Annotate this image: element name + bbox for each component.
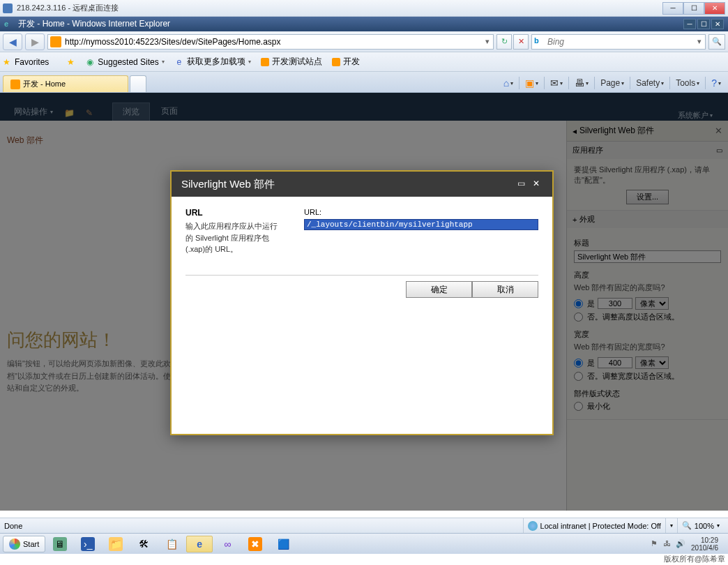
section-appearance-header[interactable]: +外观	[567, 211, 728, 228]
ie-favorites-bar: ★ Favorites ★ ◉Suggested Sites▾ e获取更多加载项…	[0, 52, 728, 72]
taskbar-ie[interactable]: e	[186, 536, 213, 552]
search-dropdown[interactable]: ▾	[694, 37, 705, 46]
favorites-star-icon[interactable]: ★	[3, 57, 10, 67]
zone-icon	[528, 521, 538, 531]
address-input[interactable]	[63, 37, 482, 47]
zone-text: Local intranet | Protected Mode: Off	[540, 522, 661, 530]
ie-close-button[interactable]: ✕	[711, 19, 724, 29]
chevron-left-icon[interactable]: ◂	[572, 126, 577, 136]
refresh-button[interactable]: ↻	[496, 34, 512, 50]
print-button[interactable]: 🖶▾	[575, 77, 589, 89]
back-button[interactable]: ◀	[3, 33, 22, 50]
panel-close-button[interactable]: ✕	[715, 126, 722, 136]
taskbar-visualstudio[interactable]: ∞	[214, 536, 241, 552]
safety-menu[interactable]: Safety▾	[636, 78, 664, 88]
app-help-text: 要提供 Silverlight 应用程序 (.xap)，请单击"配置"。	[574, 165, 721, 186]
new-tab-button[interactable]	[130, 75, 146, 92]
taskbar-app4[interactable]: 🟦	[270, 536, 296, 552]
width-value-input[interactable]	[598, 357, 632, 368]
stop-button[interactable]: ✕	[513, 34, 529, 50]
favorites-label[interactable]: Favorites	[15, 57, 49, 67]
page-menu[interactable]: Page▾	[600, 78, 624, 88]
ie-minimize-button[interactable]: ─	[683, 19, 696, 29]
security-zone-segment[interactable]: Local intranet | Protected Mode: Off	[523, 518, 665, 533]
collapse-icon: ▭	[716, 146, 722, 154]
taskbar-powershell[interactable]: ›_	[75, 536, 101, 552]
forward-button[interactable]: ▶	[25, 33, 45, 50]
tab-title: 开发 - Home	[23, 79, 66, 89]
ribbon-tab-browse[interactable]: 浏览	[112, 103, 150, 121]
tools-menu[interactable]: Tools▾	[676, 78, 699, 88]
height-label: 高度	[574, 270, 721, 280]
url-input[interactable]	[304, 219, 538, 230]
tray-flag-icon[interactable]: ⚑	[651, 539, 660, 549]
minimize-radio[interactable]	[574, 402, 583, 411]
taskbar-app2[interactable]: 📋	[158, 536, 185, 552]
navigate-up-button[interactable]: 📁	[59, 105, 80, 121]
taskbar-explorer[interactable]: 📁	[103, 536, 129, 552]
dialog-title: Silverlight Web 部件	[181, 178, 512, 191]
ribbon-tab-page[interactable]: 页面	[151, 103, 188, 121]
dialog-maximize-button[interactable]: ▭	[515, 179, 527, 190]
add-favorite-button[interactable]: ★	[63, 56, 78, 68]
tab-page-icon	[10, 80, 20, 89]
width-no-label: 否。调整宽度以适合区域。	[587, 371, 679, 382]
ie-title-text: 开发 - Home - Windows Internet Explorer	[18, 18, 683, 30]
taskbar-server-manager[interactable]: 🖥	[47, 536, 73, 552]
search-button[interactable]: 🔍	[708, 34, 725, 50]
tray-volume-icon[interactable]: 🔊	[676, 539, 685, 549]
dialog-titlebar: Silverlight Web 部件 ▭ ✕	[172, 172, 552, 197]
zoom-segment[interactable]: 🔍 100% ▾	[677, 518, 724, 533]
rdp-titlebar: 218.242.3.116 - 远程桌面连接 ─ ☐ ✕	[0, 0, 728, 17]
feeds-button[interactable]: ▣▾	[525, 77, 538, 89]
title-field-label: 标题	[574, 238, 721, 248]
rdp-maximize-button[interactable]: ☐	[683, 2, 704, 15]
height-yes-radio[interactable]	[574, 299, 583, 308]
height-unit-select[interactable]: 像素	[635, 297, 669, 310]
rdp-icon	[3, 3, 13, 13]
cancel-button[interactable]: 取消	[472, 281, 538, 298]
ok-button[interactable]: 确定	[406, 281, 472, 298]
rdp-minimize-button[interactable]: ─	[662, 2, 683, 15]
ie-maximize-button[interactable]: ☐	[697, 19, 710, 29]
start-button[interactable]: Start	[3, 536, 45, 552]
url-field-label: URL:	[304, 208, 538, 216]
height-value-input[interactable]	[598, 298, 632, 309]
mail-button[interactable]: ✉▾	[550, 77, 563, 89]
width-unit-select[interactable]: 像素	[635, 356, 669, 369]
site-actions-menu[interactable]: 网站操作 ▾	[8, 103, 59, 121]
address-dropdown[interactable]: ▾	[482, 37, 493, 46]
address-input-wrap: ▾	[47, 34, 494, 50]
taskbar-clock[interactable]: 10:29 2010/4/6	[688, 536, 721, 552]
get-more-addons-link[interactable]: e获取更多加载项▾	[172, 54, 254, 69]
width-yes-radio[interactable]	[574, 359, 583, 368]
rdp-close-button[interactable]: ✕	[704, 2, 725, 15]
height-no-radio[interactable]	[574, 312, 583, 322]
title-input[interactable]	[574, 250, 721, 263]
tray-network-icon[interactable]: 🖧	[663, 539, 673, 549]
suggested-sites-link[interactable]: ◉Suggested Sites▾	[82, 56, 167, 68]
width-no-radio[interactable]	[574, 372, 583, 381]
dialog-close-button[interactable]: ✕	[530, 179, 543, 190]
height-yes-label: 是	[587, 299, 595, 309]
page-icon	[50, 36, 61, 47]
taskbar-app1[interactable]: 🛠	[130, 536, 157, 552]
configure-button[interactable]: 设置...	[626, 190, 669, 204]
account-menu[interactable]: 系统帐户 ▾	[678, 110, 720, 121]
help-button[interactable]: ?▾	[711, 77, 721, 89]
bing-icon: b	[534, 36, 545, 47]
windows-taskbar: Start 🖥 ›_ 📁 🛠 📋 e ∞ ✖ 🟦 ⚑ 🖧 🔊 10:29 201…	[0, 533, 728, 554]
system-tray: ⚑ 🖧 🔊 10:29 2010/4/6	[646, 536, 725, 552]
url-section-desc: 输入此应用程序应从中运行的 Silverlight 应用程序包(.xap)的 U…	[185, 220, 283, 255]
dev-test-site-link[interactable]: 开发测试站点	[258, 54, 325, 69]
taskbar-app3[interactable]: ✖	[242, 536, 268, 552]
home-button[interactable]: ⌂▾	[503, 77, 513, 89]
search-input[interactable]	[547, 37, 694, 47]
protected-mode-segment[interactable]: ▾	[665, 518, 677, 533]
sharepoint-ribbon: 网站操作 ▾ 📁 ✎ 浏览 页面 系统帐户 ▾	[0, 93, 728, 121]
browser-tab[interactable]: 开发 - Home	[3, 75, 128, 92]
dev-site-link[interactable]: 开发	[329, 54, 363, 69]
search-box: b ▾	[531, 34, 706, 50]
section-application-header[interactable]: 应用程序▭	[567, 142, 728, 159]
edit-button[interactable]: ✎	[80, 105, 98, 121]
